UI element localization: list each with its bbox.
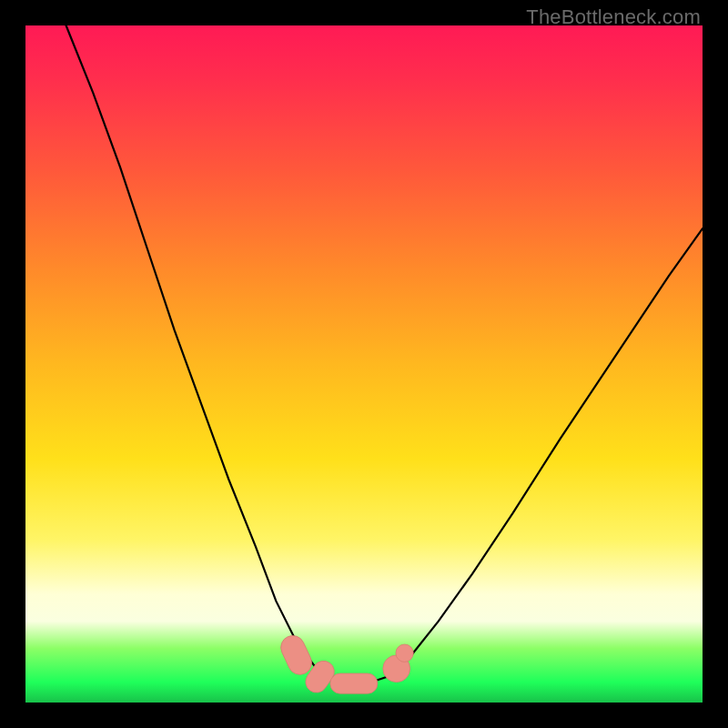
marker-pill <box>277 632 315 678</box>
bottleneck-curve <box>66 25 703 682</box>
attribution-text: TheBottleneck.com <box>526 5 701 29</box>
chart-frame: TheBottleneck.com <box>0 0 728 728</box>
curve-markers <box>277 632 413 697</box>
curve-layer <box>25 25 703 703</box>
marker-pill <box>330 673 378 693</box>
plot-area <box>25 25 703 703</box>
marker-dot <box>396 644 413 662</box>
